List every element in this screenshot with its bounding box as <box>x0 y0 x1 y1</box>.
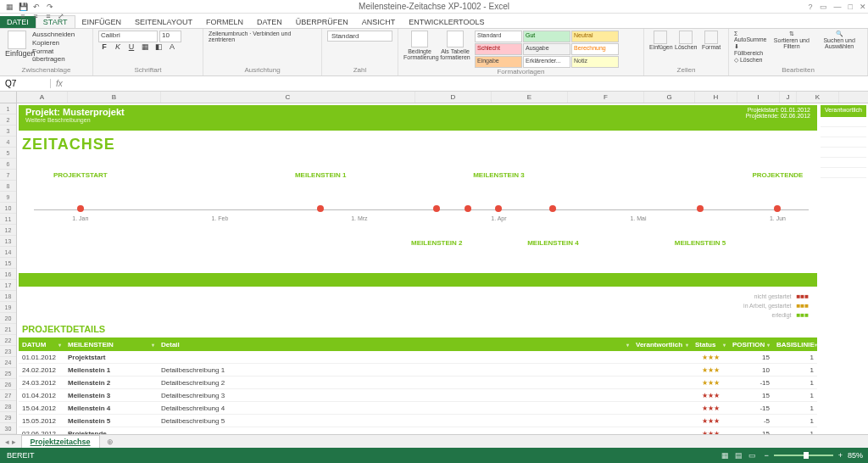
timeline-title: ZEITACHSE <box>22 136 115 153</box>
timeline-tick: 1. Apr <box>491 215 506 221</box>
table-row[interactable]: 15.05.2012Meilenstein 5Detailbeschreibun… <box>19 415 817 427</box>
zoom-level[interactable]: 85% <box>848 451 863 460</box>
ribbon-options-icon[interactable]: ▭ <box>820 3 827 11</box>
responsible-panel: Verantwortlich <box>821 105 866 178</box>
status-ready: BEREIT <box>0 451 42 460</box>
maximize-icon[interactable]: □ <box>849 3 853 11</box>
col-status[interactable]: Status▾ <box>692 337 729 351</box>
close-icon[interactable]: ✕ <box>860 3 866 11</box>
filter-icon: ▾ <box>152 342 154 348</box>
filter-icon: ▾ <box>58 342 61 348</box>
undo-icon[interactable]: ↶ <box>31 1 42 13</box>
table-header: DATUM▾ MEILENSTEIN▾ Detail▾ Verantwortli… <box>19 337 817 351</box>
view-buttons[interactable]: ▦▤▭ <box>718 451 759 460</box>
table-row[interactable]: 01.04.2012Meilenstein 3Detailbeschreibun… <box>19 389 817 402</box>
add-sheet-button[interactable]: ⊕ <box>100 438 120 446</box>
save-icon[interactable]: 💾 <box>17 1 29 13</box>
milestone-marker <box>317 205 324 212</box>
milestone-label: PROJEKTENDE <box>752 171 803 179</box>
sheet-tab-active[interactable]: Projektzeitachse <box>21 435 100 448</box>
minimize-icon[interactable]: — <box>834 3 842 11</box>
milestone-marker <box>549 205 556 212</box>
table-row[interactable]: 24.02.2012Meilenstein 1Detailbeschreibun… <box>19 364 817 377</box>
row-headers[interactable]: 1234567891011121314151617181920212223242… <box>0 103 17 448</box>
filter-icon: ▾ <box>723 342 726 348</box>
zoom-slider[interactable] <box>774 455 833 456</box>
filter-icon: ▾ <box>815 342 817 348</box>
milestone-marker <box>697 205 704 212</box>
col-detail[interactable]: Detail▾ <box>158 337 632 351</box>
ribbon: Einfügen Ausschneiden Kopieren Format üb… <box>0 29 868 76</box>
col-datum[interactable]: DATUM▾ <box>19 337 64 351</box>
status-bar: BEREIT ▦▤▭ − + 85% <box>0 448 868 463</box>
milestone-label: PROJEKTSTART <box>53 171 108 179</box>
project-title: Projekt: Musterprojekt <box>25 107 810 117</box>
col-basis[interactable]: BASISLINIE▾ <box>773 337 817 351</box>
table-row[interactable]: 24.03.2012Meilenstein 2Detailbeschreibun… <box>19 377 817 389</box>
column-headers[interactable]: A B C D E F G H I J K <box>0 92 868 103</box>
zoom-in-button[interactable]: + <box>838 451 843 460</box>
excel-icon: ▦ <box>3 1 15 13</box>
help-icon[interactable]: ? <box>809 3 813 11</box>
worksheet[interactable]: A B C D E F G H I J K 123456789101112131… <box>0 92 868 448</box>
col-verantwortlich[interactable]: Verantwortlich▾ <box>632 337 692 351</box>
table-row[interactable]: 01.01.2012Projektstart★★★151 <box>19 351 817 364</box>
milestone-marker <box>774 205 781 212</box>
cell-grid[interactable]: Projekt: Musterprojekt Weitere Beschreib… <box>17 103 868 448</box>
filter-icon: ▾ <box>767 342 770 348</box>
page-layout-icon: ▤ <box>732 451 745 460</box>
project-header: Projekt: Musterprojekt Weitere Beschreib… <box>19 105 817 131</box>
milestone-label: MEILENSTEIN 2 <box>411 239 462 247</box>
table-row[interactable]: 15.04.2012Meilenstein 4Detailbeschreibun… <box>19 402 817 415</box>
details-title: PROJEKTDETAILS <box>22 324 105 334</box>
orient-icon[interactable]: ⤢ <box>55 12 67 22</box>
project-end-date: Projektende: 02.06.2012 <box>746 113 810 119</box>
timeline-tick: 1. Jun <box>770 215 786 221</box>
quick-access-toolbar: ▦ 💾 ↶ ↷ <box>0 1 56 13</box>
project-subtitle: Weitere Beschreibungen <box>25 117 810 123</box>
timeline-axis <box>34 209 809 210</box>
details-table: DATUM▾ MEILENSTEIN▾ Detail▾ Verantwortli… <box>19 337 817 440</box>
timeline-chart: 1. Jan1. Feb1. Mrz1. Apr1. Mai1. JunPROJ… <box>34 163 809 265</box>
col-position[interactable]: POSITION▾ <box>729 337 773 351</box>
timeline-tick: 1. Feb <box>211 215 228 221</box>
filter-icon: ▾ <box>626 342 629 348</box>
align-top-icon[interactable]: ≡ <box>17 12 29 22</box>
timeline-tick: 1. Mrz <box>351 215 367 221</box>
col-meilenstein[interactable]: MEILENSTEIN▾ <box>64 337 158 351</box>
timeline-tick: 1. Jan <box>72 215 88 221</box>
divider-bar <box>19 273 817 287</box>
page-break-icon: ▭ <box>745 451 759 460</box>
milestone-marker <box>465 205 471 212</box>
window-title: Meilensteine-Zeitachse XP-1002 - Excel <box>359 2 509 11</box>
align-mid-icon[interactable]: ≡ <box>30 12 42 22</box>
window-controls: ? ▭ — □ ✕ <box>809 3 866 11</box>
normal-view-icon: ▦ <box>718 451 732 460</box>
filter-icon: ▾ <box>686 342 688 348</box>
milestone-label: MEILENSTEIN 1 <box>295 171 346 179</box>
status-legend: nicht gestartet■■■ in Arbeit, gestartet■… <box>743 292 809 320</box>
milestone-marker <box>77 205 84 212</box>
align-bot-icon[interactable]: ≡ <box>42 12 54 22</box>
milestone-marker <box>495 205 502 212</box>
timeline-tick: 1. Mai <box>630 215 646 221</box>
milestone-label: MEILENSTEIN 4 <box>527 239 578 247</box>
group-alignment: ≡≡≡ ⤢ ≡≡≡ ⇤⇥ Zeilenumbruch · Verbinden u… <box>203 29 322 75</box>
sheet-nav-prev[interactable]: ◂ ▸ <box>0 438 21 446</box>
milestone-marker <box>433 205 440 212</box>
milestone-label: MEILENSTEIN 5 <box>675 239 726 247</box>
project-start-date: Projektstart: 01.01.2012 <box>746 107 810 113</box>
zoom-out-button[interactable]: − <box>764 451 768 460</box>
milestone-label: MEILENSTEIN 3 <box>473 171 524 179</box>
sheet-tabs: ◂ ▸ Projektzeitachse ⊕ <box>0 434 868 448</box>
redo-icon[interactable]: ↷ <box>44 1 56 13</box>
